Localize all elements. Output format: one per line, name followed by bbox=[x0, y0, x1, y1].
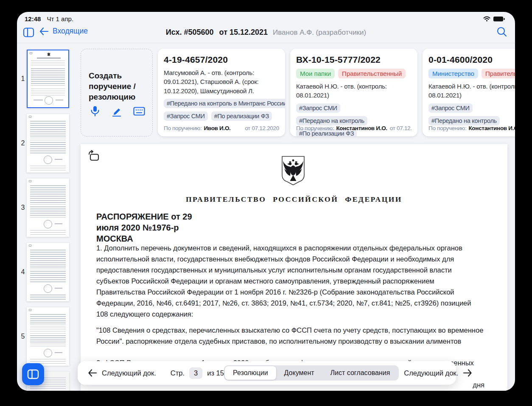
mini-rotate-icon bbox=[30, 52, 32, 54]
status-icons bbox=[483, 16, 505, 22]
document-heading: РАСПОРЯЖЕНИЕ от 29 июля 2020 №1976-р МОС… bbox=[96, 211, 200, 244]
thumb-page-number: 2 bbox=[20, 139, 26, 147]
back-label: Входящие bbox=[53, 27, 88, 36]
card-executors: Катаевой Н.Ю. - отв. (контроль: 08.01.20… bbox=[296, 82, 412, 100]
category-badge: Правительственный bbox=[482, 69, 515, 78]
thumbnail-panel-toggle-button[interactable] bbox=[22, 363, 44, 385]
tab-approval-sheet[interactable]: Лист согласования bbox=[322, 366, 398, 380]
keyboard-icon[interactable] bbox=[133, 107, 145, 117]
page-title: Исх. #505600 от 15.12.2021 Иванов А.Ф. (… bbox=[166, 28, 366, 37]
arrow-right-icon bbox=[463, 369, 472, 377]
status-bar: 12:48 Чт 1 апр. bbox=[25, 15, 73, 22]
card-doc-number: 0-01-4600/2020 bbox=[428, 55, 515, 65]
thumb-page-number: 1 bbox=[20, 75, 26, 83]
document-card[interactable]: 0-01-4600/2020 Министерство Правительств… bbox=[423, 49, 515, 136]
page-thumbnail-4[interactable] bbox=[27, 243, 69, 301]
pencil-icon[interactable] bbox=[111, 106, 122, 119]
search-button[interactable] bbox=[496, 26, 507, 39]
ipad-screen: 12:48 Чт 1 апр. Входящие Исх. #50 bbox=[17, 12, 515, 391]
document-paragraph: 1. Дополнить перечень документов и сведе… bbox=[96, 242, 484, 320]
thumb-page-number: 5 bbox=[20, 333, 26, 340]
hashtag: #Запрос СМИ bbox=[296, 103, 340, 113]
page-label: Стр. bbox=[171, 369, 185, 377]
create-resolution-title: Создать поручение / резолюцию bbox=[89, 70, 148, 102]
wifi-icon bbox=[483, 16, 490, 22]
doc-author: Иванов А.Ф. (разработчики) bbox=[273, 28, 366, 37]
footer-label: По поручению: bbox=[164, 125, 202, 131]
folder-badge: Мои папки bbox=[296, 69, 335, 78]
page-thumbnail-1[interactable] bbox=[27, 50, 69, 108]
card-doc-number: ВХ-10-15-5777/2022 bbox=[296, 55, 412, 65]
footer-name: Константинов И.О. bbox=[336, 125, 387, 131]
hashtag: #Передано на контроль bbox=[428, 116, 500, 125]
card-doc-number: 4-19-4657/2020 bbox=[164, 55, 279, 65]
card-executors: Магсумовой А. - отв. (контроль: 09.01.20… bbox=[164, 68, 279, 95]
bottom-toolbar: Следующий док. Стр. 3 из 15 Резолюции До… bbox=[78, 361, 456, 385]
doc-number: Исх. #505600 bbox=[166, 28, 214, 37]
folder-badge: Министерство bbox=[428, 69, 478, 78]
footer-name: Ивов И.О. bbox=[204, 125, 230, 131]
footer-date: от 07.12.2020 bbox=[245, 125, 279, 131]
document-paragraph: "108 Сведения о средствах, перечисленных… bbox=[96, 325, 484, 347]
navbar: Входящие Исх. #505600 от 15.12.2021 Иван… bbox=[17, 25, 515, 43]
footer-name: Константинов И.О. bbox=[468, 125, 515, 131]
nav-divider bbox=[17, 43, 515, 43]
mini-emblem bbox=[47, 53, 50, 56]
search-icon bbox=[496, 26, 507, 37]
page-thumbnail-3[interactable] bbox=[27, 178, 69, 237]
footer-date: от 07.12.2020 bbox=[390, 125, 412, 131]
card-footer: По поручению: Константинов И.О. от 07.12… bbox=[296, 125, 412, 131]
date: Чт 1 апр. bbox=[47, 15, 74, 22]
view-mode-segmented-control: Резолюции Документ Лист согласования bbox=[224, 365, 399, 381]
create-resolution-card[interactable]: Создать поручение / резолюцию bbox=[81, 49, 153, 136]
hashtag: #По реализации ФЗ bbox=[211, 111, 272, 121]
document-heading-text: РАСПОРЯЖЕНИЕ от 29 июля 2020 №1976-р bbox=[96, 211, 200, 233]
document-page: ПРАВИТЕЛЬСТВО РОССИЙСКОЙ ФЕДЕРАЦИИ РАСПО… bbox=[81, 144, 507, 391]
category-badge: Правительственный bbox=[338, 69, 406, 78]
hashtag: #Запрос СМИ bbox=[428, 103, 473, 113]
page-navigator: Стр. 3 из 15 bbox=[171, 367, 224, 379]
coat-of-arms-icon bbox=[279, 155, 307, 188]
sidebar-toggle-button[interactable] bbox=[23, 27, 34, 39]
prev-doc-button[interactable]: Следующий док. bbox=[88, 369, 156, 377]
document-org-name: ПРАВИТЕЛЬСТВО РОССИЙСКОЙ ФЕДЕРАЦИИ bbox=[81, 195, 507, 204]
page-thumbnail-5[interactable] bbox=[27, 307, 69, 366]
back-button[interactable]: Входящие bbox=[39, 27, 88, 36]
hashtag: #Передано на контроль bbox=[296, 116, 367, 125]
thumb-page-number: 3 bbox=[20, 204, 26, 211]
hashtag: #Передано на контроль в Минтранс России bbox=[164, 99, 285, 108]
tab-resolutions[interactable]: Резолюции bbox=[225, 366, 276, 380]
arrow-left-icon bbox=[88, 369, 97, 377]
document-card[interactable]: 4-19-4657/2020 Магсумовой А. - отв. (кон… bbox=[158, 49, 285, 136]
thumb-page-number: 4 bbox=[20, 268, 26, 276]
card-footer: По поручению: Константинов И.О. от 07.12… bbox=[428, 125, 515, 131]
clock: 12:48 bbox=[25, 15, 41, 22]
footer-label: По поручению: bbox=[296, 125, 334, 131]
card-executors: Катаевой Н.Ю. - отв. (контроль: 08.01.20… bbox=[428, 82, 515, 100]
battery-icon bbox=[493, 17, 505, 22]
page-total: из 15 bbox=[207, 369, 224, 377]
page-number-input[interactable]: 3 bbox=[189, 367, 202, 379]
tab-document[interactable]: Документ bbox=[276, 366, 322, 380]
next-doc-button[interactable]: Следующий док. bbox=[404, 369, 472, 377]
hashtag: #Запрос СМИ bbox=[164, 111, 208, 121]
back-arrow-icon bbox=[39, 27, 49, 36]
document-card[interactable]: ВХ-10-15-5777/2022 Мои папки Правительст… bbox=[290, 49, 417, 136]
rotate-page-icon[interactable] bbox=[87, 150, 100, 163]
doc-date: от 15.12.2021 bbox=[219, 28, 268, 37]
card-footer: По поручению:Ивов И.О. от 07.12.2020 bbox=[164, 125, 279, 131]
microphone-icon[interactable] bbox=[90, 106, 100, 119]
split-view-icon bbox=[27, 369, 39, 379]
page-thumbnail-2[interactable] bbox=[27, 114, 69, 172]
footer-label: По поручению: bbox=[428, 125, 466, 131]
